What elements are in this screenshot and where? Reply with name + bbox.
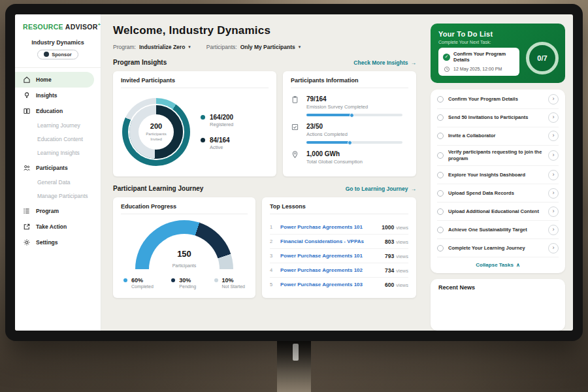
sidebar-item-home[interactable]: Home xyxy=(15,72,94,88)
go-to-learning-journey-link[interactable]: Go to Learning Journey → xyxy=(346,186,416,192)
section-title: Program Insights xyxy=(113,59,167,66)
sidebar-item-insights[interactable]: Insights xyxy=(15,88,101,103)
legend-item-completed: 60% Completed xyxy=(123,277,154,289)
lesson-row: 5 Power Purchase Agreements 103 600views xyxy=(270,278,408,291)
legend-value: 60% xyxy=(131,277,154,284)
gauge-center-label: Participants xyxy=(172,263,197,268)
arrow-right-icon: → xyxy=(411,59,417,66)
education-icon xyxy=(23,107,31,115)
sidebar-item-label: Settings xyxy=(36,239,58,246)
sidebar-subitem-label: Manage Participants xyxy=(37,193,88,199)
sidebar-item-education-content[interactable]: Education Content xyxy=(15,133,101,146)
chevron-right-icon[interactable]: › xyxy=(548,112,559,123)
lesson-link[interactable]: Financial Considerations - VPPAs xyxy=(280,238,380,244)
sponsor-badge[interactable]: Sponsor xyxy=(37,50,78,59)
task-checkbox[interactable] xyxy=(437,227,444,233)
chevron-down-icon[interactable]: ▾ xyxy=(188,44,191,50)
task-row[interactable]: Invite a Collaborator › xyxy=(437,127,559,146)
task-checkbox[interactable] xyxy=(437,152,444,159)
legend-dot xyxy=(201,115,205,120)
filter-bar: Program: Industrialize Zero ▾ Participan… xyxy=(113,44,416,50)
chevron-down-icon[interactable]: ▾ xyxy=(299,44,301,50)
task-row[interactable]: Confirm Your Program Details › xyxy=(437,91,559,109)
logo-plus: + xyxy=(98,22,101,27)
sidebar-item-education[interactable]: Education xyxy=(15,103,101,119)
task-row[interactable]: Upload Additional Educational Content › xyxy=(437,203,559,221)
app-screen: RESOURCE ADVISOR+ Industry Dynamics Spon… xyxy=(15,14,573,331)
sidebar-item-manage-participants[interactable]: Manage Participants xyxy=(15,189,101,203)
legend-item-pending: 30% Pending xyxy=(171,277,196,289)
participants-icon xyxy=(23,164,31,172)
task-row[interactable]: Achieve One Sustainability Target › xyxy=(437,221,559,239)
settings-gear-icon xyxy=(23,238,31,246)
legend-label: Pending xyxy=(179,284,196,289)
home-icon xyxy=(23,76,31,84)
task-row[interactable]: Explore Your Insights Dashboard › xyxy=(437,166,559,184)
location-pin-icon xyxy=(291,150,299,159)
chevron-right-icon[interactable]: › xyxy=(548,131,559,141)
participants-filter-label: Participants: xyxy=(206,44,237,50)
program-filter-value: Industrialize Zero xyxy=(139,44,185,50)
chevron-right-icon[interactable]: › xyxy=(548,225,559,235)
sidebar-divider xyxy=(15,67,101,68)
task-label: Verify participants requesting to join t… xyxy=(448,149,544,162)
task-label: Explore Your Insights Dashboard xyxy=(448,172,544,178)
top-lessons-card: Top Lessons 1 Power Purchase Agreements … xyxy=(262,197,416,298)
sidebar-item-learning-journey[interactable]: Learning Journey xyxy=(15,119,101,133)
legend-dot xyxy=(201,138,205,142)
check-more-insights-link[interactable]: Check More Insights → xyxy=(353,59,416,66)
sidebar-item-settings[interactable]: Settings xyxy=(15,235,101,250)
task-checkbox[interactable] xyxy=(437,190,444,197)
sidebar-subitem-label: Learning Journey xyxy=(37,122,80,129)
sidebar-subitem-label: Learning Insights xyxy=(37,150,80,156)
stat-actions-completed: 23/50 Actions Completed xyxy=(291,123,408,144)
next-task-due: 12 May 2025, 12:00 PM xyxy=(453,67,502,71)
lesson-views: 793views xyxy=(385,253,408,259)
chevron-right-icon[interactable]: › xyxy=(548,188,559,199)
todo-progress-badge: 0/7 xyxy=(526,42,559,74)
program-filter[interactable]: Program: Industrialize Zero ▾ xyxy=(113,44,191,50)
sidebar-item-participants[interactable]: Participants xyxy=(15,160,101,176)
collapse-tasks-link[interactable]: Collapse Tasks ∧ xyxy=(437,257,559,272)
next-task-label: Confirm Your Program Details xyxy=(453,51,515,63)
stat-emission-survey: 79/164 Emission Survey Completed xyxy=(291,95,408,116)
link-label: Go to Learning Journey xyxy=(346,186,408,192)
progress-bar xyxy=(306,141,402,144)
sidebar-item-label: Participants xyxy=(36,165,68,171)
lesson-link[interactable]: Power Purchase Agreements 103 xyxy=(280,282,380,287)
task-row[interactable]: Upload Spend Data Records › xyxy=(437,184,559,203)
chevron-right-icon[interactable]: › xyxy=(548,243,559,253)
task-checkbox[interactable] xyxy=(437,172,444,178)
lesson-row: 2 Financial Considerations - VPPAs 803vi… xyxy=(270,235,408,249)
legend-value: 10% xyxy=(222,277,245,284)
sidebar-item-take-action[interactable]: Take Action xyxy=(15,219,101,235)
lesson-rank: 5 xyxy=(270,282,275,287)
legend-dot xyxy=(214,278,218,282)
task-row[interactable]: Send 50 Invitations to Participants › xyxy=(437,109,559,127)
lesson-link[interactable]: Power Purchase Agreements 101 xyxy=(280,224,376,230)
chevron-right-icon[interactable]: › xyxy=(548,170,559,180)
task-label: Upload Additional Educational Content xyxy=(448,208,544,215)
task-checkbox[interactable] xyxy=(437,245,444,252)
gauge-center-value: 150 xyxy=(135,250,233,258)
next-task-card[interactable]: ✓ Confirm Your Program Details 12 May 20… xyxy=(438,48,519,76)
invited-center-value: 200 xyxy=(150,122,162,130)
sidebar-item-learning-insights[interactable]: Learning Insights xyxy=(15,146,101,160)
invited-legend: 164/200 Registered 84/164 Active xyxy=(201,114,233,150)
task-row[interactable]: Complete Your Learning Journey › xyxy=(437,239,559,257)
task-checkbox[interactable] xyxy=(437,133,444,139)
task-row[interactable]: Verify participants requesting to join t… xyxy=(437,146,559,167)
sidebar-item-program[interactable]: Program xyxy=(15,203,101,219)
lesson-link[interactable]: Power Purchase Agreements 101 xyxy=(280,253,380,259)
chevron-right-icon[interactable]: › xyxy=(548,150,559,161)
task-checkbox[interactable] xyxy=(437,114,444,121)
sidebar-item-general-data[interactable]: General Data xyxy=(15,176,101,189)
task-checkbox[interactable] xyxy=(437,208,444,215)
survey-icon xyxy=(291,95,299,104)
lesson-link[interactable]: Power Purchase Agreements 102 xyxy=(280,267,380,273)
chevron-right-icon[interactable]: › xyxy=(548,206,559,217)
participants-filter[interactable]: Participants: Only My Participants ▾ xyxy=(206,44,301,50)
chevron-right-icon[interactable]: › xyxy=(548,94,559,105)
task-label: Achieve One Sustainability Target xyxy=(448,227,544,233)
task-checkbox[interactable] xyxy=(437,96,444,103)
